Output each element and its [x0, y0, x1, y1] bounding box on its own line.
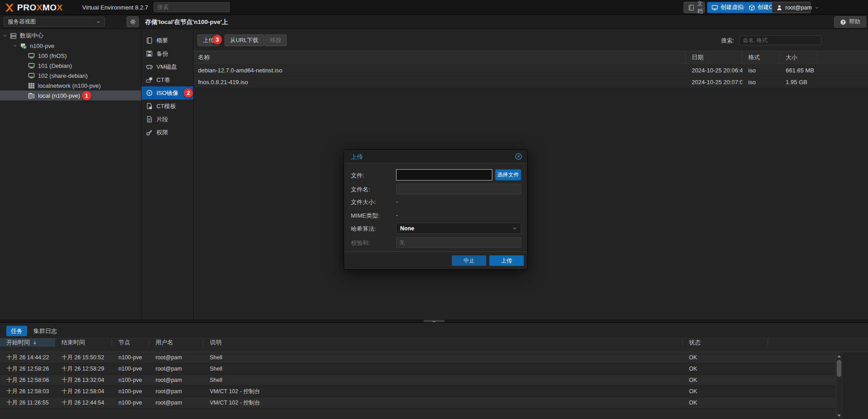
storage-menu: 概要备份VM磁盘CT卷ISO镜像2CT模板片段权限	[142, 29, 193, 139]
column-header-node[interactable]: 节点	[112, 338, 149, 347]
task-row[interactable]: 十月 26 12:58:03十月 26 12:58:04n100-pveroot…	[0, 386, 836, 397]
column-header-status[interactable]: 状态	[683, 338, 768, 347]
cell-end-time: 十月 26 12:58:29	[55, 363, 112, 374]
storage-menu-item-floppy[interactable]: 备份	[142, 47, 193, 60]
column-header-date[interactable]: 日期	[686, 51, 742, 64]
view-mode-label: 服务器视图	[8, 18, 36, 26]
storage-menu-item-disk[interactable]: VM磁盘	[142, 60, 193, 73]
column-header-description[interactable]: 说明	[203, 338, 683, 347]
tree-item-localnetwork-n100-pve-[interactable]: localnetwork (n100-pve)	[0, 81, 141, 90]
task-scrollbar[interactable]	[836, 352, 842, 419]
close-icon[interactable]	[515, 153, 522, 160]
iso-content-panel: 上传 3 从URL下载 移除 搜索: 名称 日期 格式 大小 debian-12…	[193, 29, 868, 322]
scroll-up-arrow[interactable]	[836, 353, 842, 359]
tree-expander-icon[interactable]	[13, 43, 17, 48]
file-label: 文件:	[351, 171, 364, 180]
hash-algorithm-label: 哈希算法:	[351, 225, 376, 233]
tree-item-n100-pve[interactable]: n100-pve	[0, 41, 141, 51]
global-search-input[interactable]	[154, 2, 230, 12]
view-mode-select[interactable]: 服务器视图	[4, 17, 105, 27]
storage-menu-item-ct-template[interactable]: CT模板	[142, 100, 193, 113]
task-row[interactable]: 十月 26 12:58:26十月 26 12:58:29n100-pveroot…	[0, 363, 836, 375]
upload-dialog-header[interactable]: 上传	[344, 150, 527, 163]
storage-menu-item-ct-volume[interactable]: CT卷	[142, 73, 193, 86]
network-icon	[28, 82, 35, 89]
vm-icon	[28, 52, 35, 59]
tab-tasks[interactable]: 任务	[6, 326, 27, 336]
filesize-value: -	[396, 198, 398, 205]
storage-icon	[28, 92, 35, 99]
tree-item-local-n100-pve-[interactable]: local (n100-pve)1	[0, 90, 141, 100]
storage-menu-item-key[interactable]: 权限	[142, 126, 193, 139]
scrollbar-thumb[interactable]	[837, 360, 841, 377]
column-header-name[interactable]: 名称	[193, 51, 686, 64]
column-header-username[interactable]: 用户名	[149, 338, 203, 347]
tree-settings-button[interactable]	[127, 16, 139, 27]
column-header-end-time[interactable]: 结束时间	[55, 338, 112, 347]
task-log-panel: 任务 集群日志 开始时间 结束时间 节点 用户名 说明 状态 十月 26 14:…	[0, 322, 868, 419]
cell-start-time: 十月 26 12:58:06	[0, 375, 55, 386]
cell-username: root@pam	[149, 363, 203, 374]
cube-icon	[749, 5, 755, 11]
storage-menu-label: VM磁盘	[156, 63, 177, 71]
cell-size: 1.95 GB	[780, 76, 817, 88]
select-file-button[interactable]: 选择文件	[495, 169, 521, 181]
user-menu-button[interactable]: root@pam	[772, 2, 811, 13]
help-button[interactable]: ? 帮助	[834, 16, 866, 28]
cell-date: 2024-10-25 20:07:07	[686, 76, 742, 88]
scroll-down-arrow[interactable]	[836, 413, 842, 418]
cell-node: n100-pve	[112, 363, 149, 374]
vm-icon	[28, 62, 35, 69]
iso-search-label: 搜索:	[721, 37, 734, 45]
tree-item-102-share-debian-[interactable]: 102 (share-debian)	[0, 71, 141, 81]
cell-description: VM/CT 102 - 控制台	[203, 397, 683, 408]
column-header-size[interactable]: 大小	[780, 51, 817, 64]
cell-name: debian-12.7.0-amd64-netinst.iso	[193, 65, 686, 76]
task-row[interactable]: 十月 26 14:44:22十月 26 15:50:52n100-pveroot…	[0, 352, 836, 363]
upload-dialog: 上传 文件: 选择文件 文件名: 文件大小: - MIME类型: - 哈希算法:…	[344, 149, 528, 270]
cell-username: root@pam	[149, 397, 203, 408]
dialog-upload-button[interactable]: 上传	[489, 255, 524, 266]
tree-item-101-debian-[interactable]: 101 (Debian)	[0, 61, 141, 71]
chevron-down-icon	[512, 226, 517, 231]
iso-search-input[interactable]	[739, 35, 821, 45]
cell-start-time: 十月 26 12:58:03	[0, 386, 55, 397]
storage-menu-item-cd[interactable]: ISO镜像2	[142, 86, 193, 100]
resource-tree: 数据中心n100-pve100 (fnOS)101 (Debian)102 (s…	[0, 29, 141, 100]
cell-filler	[817, 65, 868, 76]
cell-start-time: 十月 26 14:44:22	[0, 352, 55, 363]
tree-item-100-fnos-[interactable]: 100 (fnOS)	[0, 51, 141, 61]
hash-algorithm-select[interactable]: None	[396, 223, 521, 234]
cell-filler	[817, 76, 868, 88]
remove-button[interactable]: 移除	[264, 34, 287, 46]
cd-icon	[146, 90, 153, 96]
task-table-header: 开始时间 结束时间 节点 用户名 说明 状态	[0, 338, 868, 352]
abort-button[interactable]: 中止	[452, 255, 486, 266]
storage-menu-label: 权限	[156, 129, 168, 137]
iso-table-row[interactable]: fnos.0.8.21-419.iso2024-10-25 20:07:07is…	[193, 76, 868, 88]
server-icon	[10, 33, 17, 39]
task-row[interactable]: 十月 26 11:26:55十月 26 12:44:54n100-pveroot…	[0, 397, 836, 409]
cell-node: n100-pve	[112, 397, 149, 408]
disk-icon	[146, 63, 153, 70]
storage-menu-label: ISO镜像	[156, 89, 178, 97]
cell-status: OK	[683, 375, 768, 386]
download-from-url-button[interactable]: 从URL下载	[225, 34, 264, 46]
file-path-input[interactable]	[396, 169, 492, 181]
column-header-format[interactable]: 格式	[742, 51, 780, 64]
cell-username: root@pam	[149, 352, 203, 363]
tree-expander-icon[interactable]	[3, 33, 7, 38]
cell-end-time: 十月 26 12:44:54	[55, 397, 112, 408]
column-header-filler	[817, 51, 868, 64]
cell-description: Shell	[203, 352, 683, 363]
storage-menu-label: 备份	[156, 50, 168, 58]
storage-menu-item-book[interactable]: 概要	[142, 34, 193, 47]
tree-item--[interactable]: 数据中心	[0, 31, 141, 41]
task-row[interactable]: 十月 26 12:58:06十月 26 13:32:04n100-pveroot…	[0, 375, 836, 386]
documentation-button[interactable]: 文档	[684, 2, 705, 13]
tab-cluster-log[interactable]: 集群日志	[29, 326, 61, 336]
cell-status: OK	[683, 386, 768, 397]
storage-menu-item-snippet[interactable]: 片段	[142, 113, 193, 126]
iso-table-row[interactable]: debian-12.7.0-amd64-netinst.iso2024-10-2…	[193, 65, 868, 76]
column-header-start-time[interactable]: 开始时间	[0, 338, 55, 347]
